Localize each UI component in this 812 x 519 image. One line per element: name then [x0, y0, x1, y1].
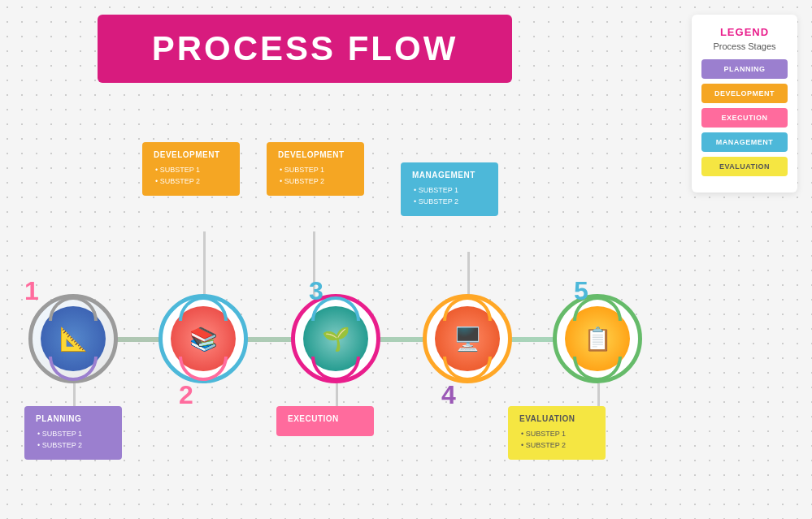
box-planning-sub1: SUBSTEP 1 [37, 428, 111, 439]
node-1-arc-top [49, 296, 98, 321]
box-dev2-sub2: SUBSTEP 2 [280, 175, 353, 187]
node-5-arc-bottom [573, 357, 622, 381]
node-2-arc-bottom [179, 357, 228, 381]
legend-item-execution: EXECUTION [701, 108, 788, 128]
node-4-arc-top [443, 296, 492, 321]
box-dev2-sub1: SUBSTEP 1 [280, 164, 353, 175]
box-management-sub1: SUBSTEP 1 [414, 184, 487, 196]
node-number-5: 5 [574, 276, 588, 306]
box-planning-sub2: SUBSTEP 2 [37, 439, 111, 451]
node-number-3: 3 [309, 276, 323, 306]
node-4-icon: 🖥️ [454, 326, 482, 352]
box-dev1-title: DEVELOPMENT [154, 150, 228, 159]
node-1-arc-bottom [49, 357, 98, 381]
info-box-evaluation: EVALUATION SUBSTEP 1 SUBSTEP 2 [508, 406, 606, 460]
legend-panel: LEGEND Process Stages PLANNING DEVELOPME… [692, 15, 797, 192]
node-3-icon: 🌱 [322, 326, 350, 352]
box-dev1-sub1: SUBSTEP 1 [155, 164, 228, 175]
node-2-arc-top [179, 296, 228, 321]
info-box-execution: EXECUTION [276, 406, 374, 436]
legend-title: LEGEND [701, 26, 788, 38]
title-banner: PROCESS FLOW [98, 15, 512, 83]
info-box-dev2: DEVELOPMENT SUBSTEP 1 SUBSTEP 2 [267, 142, 364, 196]
box-execution-title: EXECUTION [288, 414, 363, 423]
connector-2-up [203, 231, 206, 296]
node-1-icon: 📐 [59, 326, 88, 352]
box-evaluation-sub2: SUBSTEP 2 [521, 439, 594, 451]
node-3-arc-bottom [311, 357, 360, 381]
node-5-icon: 📋 [584, 326, 612, 352]
info-box-planning: PLANNING SUBSTEP 1 SUBSTEP 2 [24, 406, 122, 460]
legend-item-planning: PLANNING [701, 59, 788, 79]
node-4-arc-bottom [443, 357, 492, 381]
node-2: 📚 [158, 294, 248, 383]
page-title: PROCESS FLOW [122, 29, 488, 68]
info-box-management: MANAGEMENT SUBSTEP 1 SUBSTEP 2 [401, 162, 498, 216]
legend-subtitle: Process Stages [701, 41, 788, 51]
node-number-1: 1 [24, 276, 39, 306]
legend-item-evaluation: EVALUATION [701, 157, 788, 176]
connector-4-up [467, 252, 470, 296]
node-2-icon: 📚 [189, 326, 218, 352]
legend-item-development: DEVELOPMENT [701, 84, 788, 103]
box-management-title: MANAGEMENT [412, 171, 487, 179]
box-evaluation-title: EVALUATION [519, 414, 594, 423]
node-3: 🌱 [291, 294, 380, 383]
node-1: 📐 [28, 294, 118, 383]
node-4: 🖥️ [423, 294, 512, 383]
legend-item-management: MANAGEMENT [701, 132, 788, 152]
box-management-sub2: SUBSTEP 2 [414, 196, 487, 207]
box-planning-title: PLANNING [36, 414, 111, 423]
node-number-2: 2 [179, 380, 193, 410]
box-evaluation-sub1: SUBSTEP 1 [521, 428, 594, 439]
box-dev2-title: DEVELOPMENT [278, 150, 353, 159]
info-box-dev1: DEVELOPMENT SUBSTEP 1 SUBSTEP 2 [142, 142, 240, 196]
node-5: 📋 [553, 294, 642, 383]
box-dev1-sub2: SUBSTEP 2 [155, 175, 228, 187]
node-number-4: 4 [441, 380, 456, 410]
